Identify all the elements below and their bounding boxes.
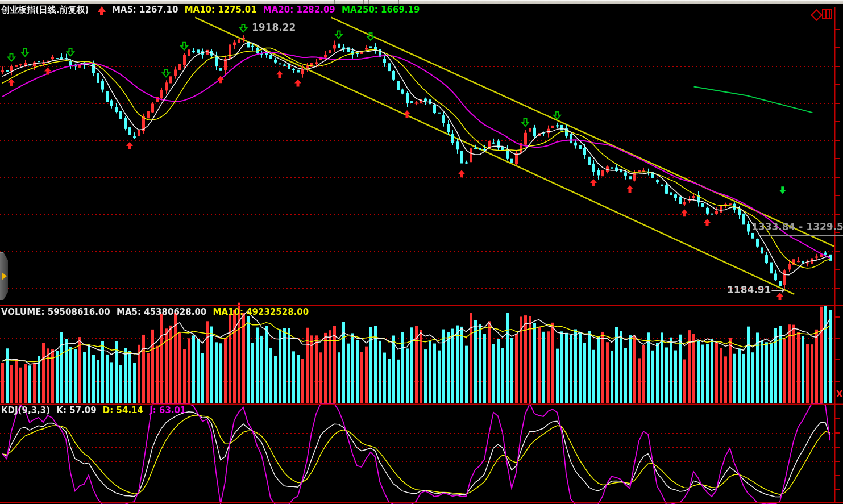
ma250-value: MA250: 1669.19	[342, 5, 420, 15]
up-arrow-icon	[98, 6, 106, 12]
range-annotation: 1333.84 - 1329.5	[751, 221, 843, 232]
main-pane-header: 创业板指(日线.前复权) MA5: 1267.10 MA10: 1275.01 …	[1, 5, 423, 15]
split-window-icon[interactable]	[822, 9, 832, 19]
axis-x-label: X	[836, 389, 843, 399]
toolbar-separator	[334, 0, 335, 4]
stock-chart-window: 创业板指(日线.前复权) MA5: 1267.10 MA10: 1275.01 …	[0, 0, 843, 504]
chart-canvas[interactable]	[0, 0, 843, 504]
volume-value: VOLUME: 59508616.00	[1, 307, 110, 317]
kdj-label: KDJ(9,3,3)	[1, 405, 50, 415]
kdj-pane-header: KDJ(9,3,3) K: 57.09 D: 54.14 J: 63.01	[1, 406, 189, 415]
instrument-title: 创业板指(日线.前复权)	[1, 5, 89, 15]
toolbar-separator	[363, 0, 364, 4]
ma20-value: MA20: 1282.09	[263, 5, 335, 15]
kdj-k-value: K: 57.09	[56, 405, 96, 415]
toolbar-separator	[398, 0, 399, 4]
right-arrow-glyph: ⟶	[771, 284, 784, 295]
volume-ma5-value: MA5: 45380628.00	[117, 307, 206, 317]
peak-price-annotation: 1918.22	[252, 22, 296, 33]
volume-pane-header: VOLUME: 59508616.00 MA5: 45380628.00 MA1…	[1, 307, 312, 317]
kdj-d-value: D: 54.14	[103, 405, 143, 415]
volume-ma10-value: MA10: 49232528.00	[213, 307, 309, 317]
expand-arrow-icon	[2, 272, 7, 280]
low-price-value: 1184.91	[727, 284, 771, 295]
ma5-value: MA5: 1267.10	[112, 5, 178, 15]
ma10-value: MA10: 1275.01	[185, 5, 257, 15]
range-annotation-line	[760, 235, 843, 236]
low-price-annotation: 1184.91⟶	[727, 284, 785, 295]
toolbar-separator	[368, 0, 369, 4]
kdj-j-value: J: 63.01	[150, 405, 186, 415]
top-toolbar-edge	[0, 0, 843, 4]
